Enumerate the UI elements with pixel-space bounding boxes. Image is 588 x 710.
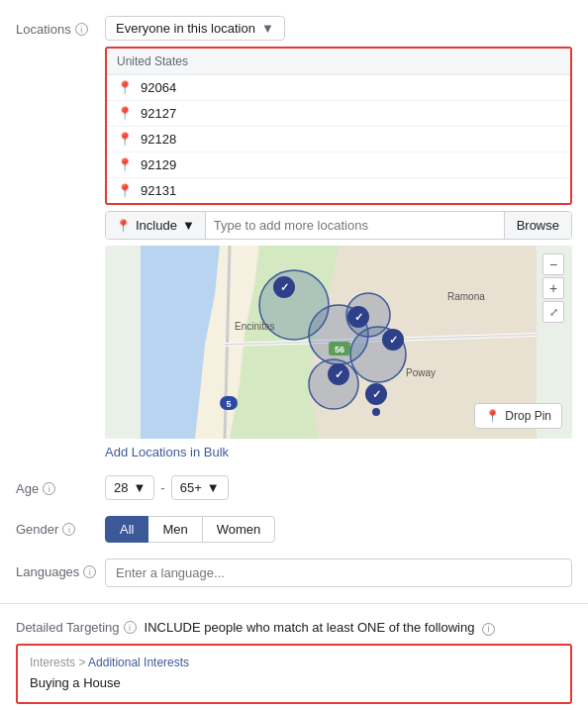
browse-button[interactable]: Browse (504, 212, 571, 239)
section-divider (0, 603, 588, 604)
age-dash: - (160, 480, 164, 495)
location-item: 📍92064 (107, 75, 570, 101)
svg-text:56: 56 (335, 345, 344, 355)
breadcrumb-link[interactable]: Additional Interests (88, 656, 189, 669)
chevron-down-icon: ▼ (261, 21, 274, 36)
age-info-icon: i (43, 482, 55, 495)
map-controls: − + ⤢ (542, 254, 564, 323)
zip-code: 92064 (141, 80, 176, 95)
gender-info-icon: i (62, 523, 75, 536)
zoom-out-button[interactable]: − (542, 254, 564, 275)
include-dropdown[interactable]: 📍 Include ▼ (106, 212, 206, 239)
add-locations-bulk-link[interactable]: Add Locations in Bulk (105, 445, 229, 459)
gender-men-button[interactable]: Men (147, 516, 202, 543)
location-type-dropdown[interactable]: Everyone in this location ▼ (105, 16, 285, 41)
dt-label: Detailed Targeting i (16, 620, 137, 635)
languages-label: Languages i (16, 558, 105, 579)
location-list-box: United States 📍92064📍92127📍92128📍92129📍9… (105, 47, 572, 205)
include-chevron-icon: ▼ (182, 218, 195, 233)
svg-text:5: 5 (226, 399, 231, 409)
pin-icon: 📍 (117, 106, 133, 121)
language-input[interactable] (105, 558, 572, 587)
languages-info-icon: i (83, 565, 96, 578)
age-content: 28 ▼ - 65+ ▼ (105, 475, 572, 500)
svg-text:✓: ✓ (389, 334, 398, 346)
gender-women-button[interactable]: Women (202, 516, 276, 543)
locations-row: Locations i Everyone in this location ▼ … (0, 10, 588, 465)
dt-description-text: INCLUDE people who match at least ONE of… (145, 620, 475, 635)
svg-text:✓: ✓ (280, 281, 289, 293)
map-container: ✓ ✓ ✓ ✓ (105, 246, 572, 439)
zip-code: 92128 (141, 132, 176, 147)
svg-text:Ramona: Ramona (447, 291, 485, 302)
detailed-targeting-section: Detailed Targeting i INCLUDE people who … (0, 614, 588, 710)
drop-pin-button[interactable]: 📍 Drop Pin (474, 403, 562, 429)
svg-text:✓: ✓ (354, 311, 363, 323)
location-item: 📍92129 (107, 152, 570, 178)
pin-icon: 📍 (117, 132, 133, 147)
location-country-header: United States (107, 49, 570, 75)
locations-info-icon: i (75, 23, 88, 36)
svg-text:Poway: Poway (406, 367, 436, 378)
svg-text:Encinitas: Encinitas (235, 321, 275, 332)
svg-text:✓: ✓ (372, 388, 381, 400)
gender-content: AllMenWomen (105, 516, 572, 543)
breadcrumb-prefix: Interests (30, 656, 75, 669)
pin-icon: 📍 (117, 183, 133, 198)
location-item: 📍92131 (107, 178, 570, 203)
age-max-chevron-icon: ▼ (207, 480, 220, 495)
age-label: Age i (16, 475, 105, 496)
location-type-label: Everyone in this location (116, 21, 255, 36)
locations-label: Locations i (16, 16, 105, 37)
location-item: 📍92128 (107, 127, 570, 152)
gender-all-button[interactable]: All (105, 516, 148, 543)
include-bar: 📍 Include ▼ Browse (105, 211, 572, 240)
pin-icon: 📍 (117, 157, 133, 172)
targeting-item: Buying a House (30, 673, 558, 692)
drop-pin-label: Drop Pin (505, 409, 551, 423)
svg-point-16 (372, 408, 380, 416)
targeting-box: Interests > Additional Interests Buying … (16, 644, 572, 704)
breadcrumb-separator: > (78, 656, 88, 669)
fullscreen-button[interactable]: ⤢ (542, 301, 564, 323)
location-item: 📍92127 (107, 101, 570, 127)
age-label-text: Age (16, 481, 39, 496)
languages-content (105, 558, 572, 587)
age-max-dropdown[interactable]: 65+ ▼ (171, 475, 229, 500)
languages-label-text: Languages (16, 564, 79, 579)
age-min-chevron-icon: ▼ (133, 480, 146, 495)
zoom-in-button[interactable]: + (542, 277, 564, 299)
gender-row: Gender i AllMenWomen (0, 510, 588, 549)
dt-description-info-icon: i (482, 623, 495, 636)
zip-code: 92131 (141, 183, 176, 198)
location-scroll-area[interactable]: 📍92064📍92127📍92128📍92129📍92131 (107, 75, 570, 203)
targeting-breadcrumb: Interests > Additional Interests (30, 656, 558, 669)
languages-row: Languages i (0, 553, 588, 593)
age-min-dropdown[interactable]: 28 ▼ (105, 475, 154, 500)
pin-icon: 📍 (117, 80, 133, 95)
locations-content: Everyone in this location ▼ United State… (105, 16, 572, 459)
age-row: Age i 28 ▼ - 65+ ▼ (0, 469, 588, 506)
svg-text:✓: ✓ (335, 368, 343, 380)
gender-label: Gender i (16, 516, 105, 537)
dt-header-row: Detailed Targeting i INCLUDE people who … (16, 620, 572, 636)
zip-code: 92127 (141, 106, 176, 121)
age-min-value: 28 (114, 480, 128, 495)
gender-label-text: Gender (16, 522, 58, 537)
dt-info-icon: i (124, 621, 137, 634)
zip-code: 92129 (141, 157, 176, 172)
locations-label-text: Locations (16, 22, 71, 37)
age-max-value: 65+ (180, 480, 202, 495)
gender-group: AllMenWomen (105, 516, 572, 543)
dt-label-text: Detailed Targeting (16, 620, 120, 635)
location-search-input[interactable] (206, 212, 504, 239)
dt-description: INCLUDE people who match at least ONE of… (145, 620, 572, 636)
pin-icon: 📍 (485, 409, 500, 423)
include-label: Include (136, 218, 177, 233)
